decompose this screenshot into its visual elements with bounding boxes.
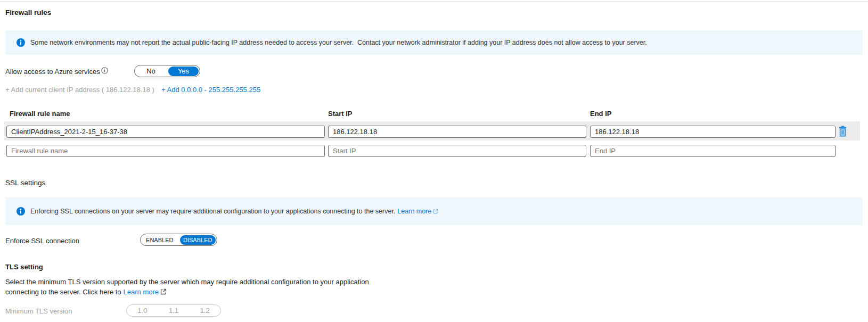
trash-icon (838, 126, 848, 137)
toggle-no-option[interactable]: No (136, 67, 166, 76)
minimum-tls-version-label: Minimum TLS version (5, 307, 72, 315)
new-start-ip-input[interactable] (328, 145, 586, 157)
firewall-rules-title: Firewall rules (5, 9, 51, 16)
firewall-info-banner: Some network environments may not report… (5, 30, 863, 55)
allow-azure-label: Allow access to Azure services (5, 68, 100, 76)
new-firewall-rule-row (4, 143, 860, 159)
firewall-rule-row (4, 121, 860, 141)
top-divider (0, 2, 868, 2)
enforce-ssl-toggle: ENABLED DISABLED (140, 234, 217, 246)
tls-option-1-2: 1.2 (190, 306, 219, 316)
ssl-learn-more-link[interactable]: Learn more (397, 208, 431, 215)
column-header-start-ip: Start IP (328, 110, 353, 118)
add-ip-range-link[interactable]: + Add 0.0.0.0 - 255.255.255.255 (161, 86, 260, 94)
firewall-banner-text: Some network environments may not report… (30, 39, 647, 46)
tls-learn-more-link[interactable]: Learn more (124, 288, 159, 296)
new-end-ip-input[interactable] (590, 145, 836, 157)
external-link-icon (433, 209, 438, 214)
add-client-ip-link: + Add current client IP address ( 186.12… (5, 86, 154, 94)
new-rule-name-input[interactable] (6, 145, 325, 157)
tls-description-text: connecting to the server. Click here to (5, 288, 121, 296)
info-tooltip-icon[interactable] (101, 67, 108, 74)
enforce-ssl-label: Enforce SSL connection (5, 237, 79, 245)
tls-description-line1: Select the minimum TLS version supported… (5, 278, 369, 286)
firewall-settings-page: Firewall rules Some network environments… (0, 0, 868, 322)
tls-option-1-1: 1.1 (159, 306, 189, 316)
tls-description-line2: connecting to the server. Click here toL… (5, 288, 167, 296)
ssl-info-banner: Enforcing SSL connections on your server… (5, 197, 863, 225)
ssl-settings-title: SSL settings (5, 179, 45, 187)
info-icon (17, 38, 25, 47)
minimum-tls-version-toggle: 1.0 1.1 1.2 (126, 304, 221, 317)
info-icon (17, 207, 25, 216)
toggle-yes-option[interactable]: Yes (168, 67, 199, 76)
column-header-end-ip: End IP (590, 110, 611, 118)
ssl-banner-message: Enforcing SSL connections on your server… (30, 208, 395, 215)
tls-setting-title: TLS setting (5, 263, 43, 271)
allow-azure-toggle: No Yes (134, 65, 200, 77)
column-header-rule-name: Firewall rule name (10, 110, 70, 118)
ssl-banner-text: Enforcing SSL connections on your server… (30, 208, 438, 215)
tls-option-1-0: 1.0 (128, 306, 157, 316)
start-ip-input[interactable] (328, 126, 586, 138)
rule-name-input[interactable] (6, 126, 325, 138)
external-link-icon (160, 288, 167, 295)
end-ip-input[interactable] (590, 126, 836, 138)
toggle-disabled-option[interactable]: DISABLED (180, 235, 216, 245)
toggle-enabled-option[interactable]: ENABLED (142, 235, 178, 245)
delete-rule-button[interactable] (836, 125, 849, 137)
